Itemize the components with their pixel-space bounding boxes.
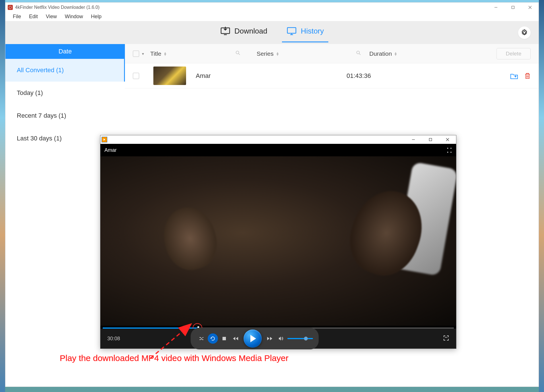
- select-all-checkbox[interactable]: [133, 51, 139, 57]
- tab-group: Download History: [219, 24, 325, 41]
- app-icon: [8, 5, 13, 10]
- wmp-volume-icon[interactable]: [276, 333, 286, 344]
- titlebar[interactable]: 4kFinder Netflix Video Downloader (1.6.0…: [5, 3, 539, 12]
- svg-rect-14: [429, 138, 432, 141]
- annotation-text: Play the downloaded MP4 video with Windo…: [60, 353, 289, 363]
- menubar: File Edit View Window Help: [5, 12, 539, 21]
- wmp-body: Amar ▪ ▪▪ ▪ 30:08: [100, 144, 456, 349]
- row-duration: 01:43:36: [347, 72, 426, 80]
- wmp-stop-button[interactable]: [219, 333, 229, 344]
- video-fr-name[interactable]: [100, 156, 456, 326]
- wmp-shuffle-button[interactable]: [196, 333, 207, 344]
- wmp-time: 30:08: [107, 336, 120, 342]
- wmp-minimize-button[interactable]: [405, 135, 422, 144]
- sidebar-item-label: All Converted (1): [17, 67, 64, 74]
- delete-button[interactable]: Delete: [496, 48, 531, 59]
- svg-line-12: [359, 54, 361, 55]
- wmp-prev-button[interactable]: [230, 333, 241, 344]
- row-actions: [510, 72, 531, 79]
- row-title: Amar: [196, 72, 344, 80]
- wmp-play-button[interactable]: [244, 329, 262, 348]
- sidebar-item-label: Recent 7 days (1): [17, 112, 66, 119]
- wmp-controls-bar: 30:08: [100, 329, 456, 349]
- download-icon: [220, 27, 230, 35]
- sidebar-item-today[interactable]: Today (1): [5, 82, 125, 104]
- menu-file[interactable]: File: [9, 13, 25, 21]
- tab-history[interactable]: History: [285, 24, 325, 41]
- video-thumbnail: [153, 67, 186, 85]
- tab-download[interactable]: Download: [219, 24, 269, 41]
- menu-help[interactable]: Help: [87, 13, 106, 21]
- app-title: 4kFinder Netflix Video Downloader (1.6.0…: [15, 5, 100, 10]
- menu-window[interactable]: Window: [61, 13, 87, 21]
- column-duration-label: Duration: [369, 50, 392, 57]
- svg-point-11: [357, 51, 360, 54]
- table-row[interactable]: Amar 01:43:36: [125, 63, 539, 88]
- svg-line-10: [239, 54, 240, 55]
- wmp-maximize-button[interactable]: [422, 135, 439, 144]
- open-folder-icon[interactable]: [510, 72, 518, 79]
- sort-icon: ▴▾: [395, 52, 397, 56]
- table-header: ▾ Title ▴▾ Series ▴▾ Duration: [125, 44, 539, 63]
- gear-icon: [521, 29, 528, 36]
- svg-point-9: [236, 51, 239, 54]
- wmp-view-toggle-icon[interactable]: ▪ ▪▪ ▪: [447, 146, 452, 154]
- tab-download-label: Download: [234, 27, 267, 36]
- wmp-button-group: [191, 328, 319, 349]
- sidebar-item-label: Today (1): [17, 89, 43, 97]
- search-series-icon[interactable]: [356, 51, 361, 57]
- svg-rect-6: [287, 28, 296, 33]
- wmp-close-button[interactable]: [439, 135, 456, 144]
- tab-history-label: History: [301, 27, 324, 36]
- desktop-wallpaper-left: [0, 0, 5, 392]
- chevron-down-icon[interactable]: ▾: [142, 51, 144, 56]
- settings-button[interactable]: [518, 26, 531, 39]
- wmp-next-button[interactable]: [265, 333, 275, 344]
- delete-label: Delete: [506, 51, 522, 57]
- wmp-titlebar[interactable]: [100, 135, 456, 144]
- menu-edit[interactable]: Edit: [25, 13, 42, 21]
- sidebar-header: Date: [5, 44, 125, 59]
- wmp-app-icon: [102, 137, 107, 142]
- wmp-video-title: Amar: [104, 147, 117, 153]
- trash-icon[interactable]: [524, 72, 531, 79]
- column-title[interactable]: Title ▴▾: [150, 50, 233, 57]
- row-checkbox[interactable]: [133, 73, 139, 79]
- wmp-repeat-button[interactable]: [208, 333, 218, 344]
- svg-rect-17: [222, 337, 226, 340]
- sort-icon: ▴▾: [277, 52, 279, 56]
- minimize-button[interactable]: [487, 3, 504, 12]
- search-title-icon[interactable]: [236, 51, 240, 57]
- monitor-icon: [287, 27, 297, 35]
- wmp-volume-slider[interactable]: [287, 338, 313, 339]
- sidebar-item-label: Last 30 days (1): [17, 135, 62, 142]
- sidebar-item-recent-7-days[interactable]: Recent 7 days (1): [5, 104, 125, 127]
- wmp-window[interactable]: Amar ▪ ▪▪ ▪ 30:08: [100, 135, 456, 349]
- sidebar-item-all-converted[interactable]: All Converted (1): [5, 59, 125, 82]
- close-button[interactable]: [522, 3, 539, 12]
- column-series[interactable]: Series ▴▾: [257, 50, 353, 57]
- svg-rect-1: [512, 6, 514, 9]
- wmp-fullscreen-button[interactable]: [443, 335, 449, 342]
- toolbar: Download History: [5, 21, 539, 44]
- column-title-label: Title: [150, 50, 161, 57]
- wmp-window-controls: [405, 135, 456, 144]
- wmp-volume-thumb[interactable]: [304, 337, 308, 341]
- maximize-button[interactable]: [504, 3, 522, 12]
- sort-icon: ▴▾: [164, 52, 166, 56]
- window-controls: [487, 3, 539, 12]
- menu-view[interactable]: View: [42, 13, 61, 21]
- column-series-label: Series: [257, 50, 274, 57]
- column-duration[interactable]: Duration ▴▾: [369, 50, 455, 57]
- desktop-wallpaper-right: [539, 0, 544, 392]
- wmp-video-title-bar: Amar ▪ ▪▪ ▪: [100, 144, 456, 156]
